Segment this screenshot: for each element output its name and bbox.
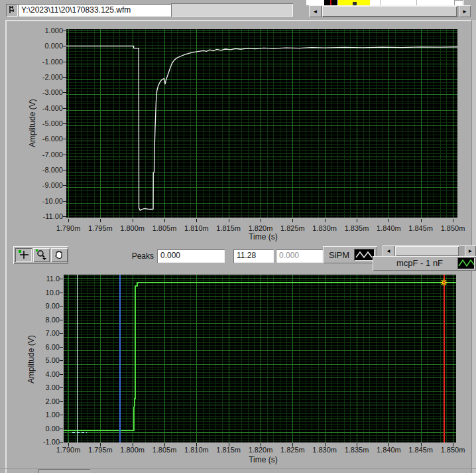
x-tick-label: 1.825m [275, 446, 310, 454]
plot-legend-scrollbar[interactable]: ◄ ► [383, 245, 476, 257]
mcp-legend-label: mcpF - 1 nF [396, 258, 443, 268]
x-tick-label: 1.815m [211, 446, 246, 454]
x-tick-label: 1.820m [243, 446, 278, 454]
top-waveform-graph[interactable] [66, 29, 457, 218]
y-tick-label: -10.00 [29, 197, 63, 205]
scroll-left-button[interactable]: ◄ [309, 5, 322, 17]
y-tick-mark [63, 170, 66, 170]
y-tick-mark [63, 216, 66, 217]
x-tick-mark [164, 219, 165, 222]
x-tick-label: 1.790m [51, 446, 86, 454]
peak-value-2[interactable]: 11.28 [233, 249, 274, 263]
scrollbar-thumb[interactable] [322, 6, 457, 17]
x-tick-label: 1.840m [371, 224, 406, 232]
y-tick-label: 10.0 [25, 289, 60, 297]
x-tick-label: 1.845m [404, 224, 438, 232]
cursor-tool-button[interactable] [15, 248, 32, 262]
x-tick-label: 1.830m [308, 224, 342, 232]
legend-cell-black[interactable] [324, 0, 337, 5]
x-tick-mark [388, 219, 389, 222]
mcp-legend[interactable]: mcpF - 1 nF [373, 256, 476, 271]
legend-cell-red-line [330, 0, 331, 5]
y-tick-mark [63, 108, 66, 109]
x-tick-mark [292, 443, 293, 446]
top-trace-layer [66, 29, 457, 218]
y-tick-mark [60, 347, 63, 348]
scrollbar-thumb[interactable] [395, 246, 459, 256]
bottom-trace-layer [64, 275, 456, 442]
x-tick-mark [100, 443, 101, 446]
peak-value-3: 0.000 [276, 249, 323, 263]
peak-value-1[interactable]: 0.000 [157, 249, 225, 263]
y-tick-label: 9.00 [25, 302, 60, 310]
scroll-right-button[interactable]: ► [459, 5, 471, 17]
x-tick-label: 1.795m [83, 446, 117, 454]
scroll-left-button[interactable]: ◄ [383, 245, 394, 257]
x-tick-mark [68, 443, 69, 446]
y-tick-label: 11.0 [25, 275, 60, 283]
sipm-legend[interactable]: SiPM [323, 246, 377, 263]
empty-string-field[interactable] [171, 3, 293, 17]
waveform-path-field[interactable]: Y:\2023\11\20\170833.125.wfm [18, 4, 173, 17]
left-arrow-icon: ◄ [386, 248, 391, 254]
y-tick-mark [63, 92, 66, 93]
panel-bevel-top [5, 20, 476, 21]
y-tick-mark [63, 139, 66, 139]
y-tick-label: -11.00 [29, 212, 63, 220]
y-tick-label: -5.000 [29, 119, 63, 127]
legend-cell-yellow[interactable] [338, 0, 370, 5]
x-tick-label: 1.830m [308, 446, 342, 454]
y-tick-label: 5.00 [25, 356, 60, 364]
sipm-legend-label: SiPM [329, 250, 349, 260]
legend-scrollbar[interactable]: ◄ ► [309, 5, 471, 17]
x-tick-mark [196, 443, 197, 446]
sipm-waveform-icon[interactable] [354, 249, 375, 261]
x-tick-label: 1.810m [179, 224, 213, 232]
x-tick-mark [357, 219, 357, 222]
y-tick-mark [63, 31, 66, 31]
x-tick-label: 1.800m [115, 446, 150, 454]
y-tick-label: 4.00 [25, 370, 60, 378]
y-tick-label: -7.000 [29, 151, 63, 159]
y-tick-label: 1.00 [25, 411, 60, 419]
y-tick-label: -8.000 [29, 166, 63, 174]
panel-bevel-left [5, 20, 7, 473]
x-tick-label: 1.805m [147, 224, 182, 232]
y-tick-label: 6.00 [25, 343, 60, 351]
x-tick-mark [100, 219, 101, 222]
waveform-path-text: Y:\2023\11\20\170833.125.wfm [21, 5, 131, 15]
mcp-waveform-icon[interactable] [457, 257, 475, 269]
y-tick-mark [63, 77, 66, 78]
pan-tool-button[interactable] [51, 248, 68, 262]
x-tick-mark [357, 443, 357, 446]
x-tick-label: 1.835m [339, 224, 374, 232]
x-tick-label: 1.805m [147, 446, 182, 454]
bottom-waveform-graph[interactable] [64, 275, 456, 442]
x-tick-mark [196, 219, 197, 222]
y-tick-label: 0.000 [29, 42, 63, 50]
y-tick-label: -6.000 [29, 135, 63, 143]
y-tick-mark [60, 306, 63, 306]
graph-palette [13, 246, 68, 264]
bottom-clipped-widget [38, 469, 90, 473]
table-separator [380, 0, 381, 5]
x-tick-label: 1.850m [436, 446, 470, 454]
scroll-right-button[interactable]: ► [465, 245, 476, 257]
x-tick-label: 1.790m [51, 224, 86, 232]
x-tick-label: 1.835m [339, 446, 374, 454]
y-tick-mark [63, 155, 66, 155]
y-tick-mark [60, 429, 63, 429]
x-tick-mark [164, 443, 165, 446]
y-tick-label: -1.00 [25, 438, 60, 446]
zoom-tool-button[interactable] [33, 248, 50, 262]
path-type-button[interactable] [6, 4, 18, 17]
x-tick-mark [292, 219, 293, 222]
x-tick-mark [388, 443, 389, 446]
y-tick-label: 3.00 [25, 383, 60, 391]
x-tick-mark [421, 443, 422, 446]
x-tick-label: 1.815m [211, 224, 246, 232]
right-arrow-icon: ► [468, 248, 473, 254]
y-tick-mark [60, 293, 63, 293]
x-tick-label: 1.800m [115, 224, 150, 232]
y-tick-label: 8.00 [25, 316, 60, 324]
